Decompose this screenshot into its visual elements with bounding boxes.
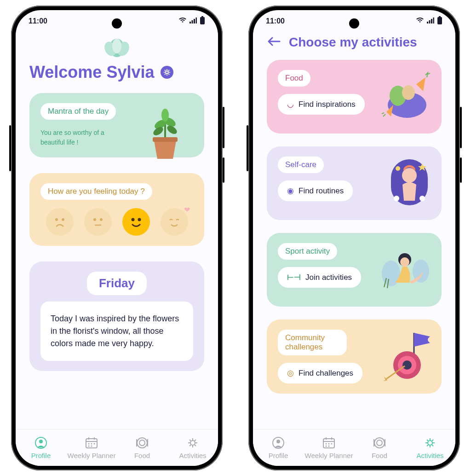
profile-icon: [34, 436, 47, 450]
food-label: Food: [278, 70, 310, 87]
svg-point-10: [166, 71, 168, 74]
bottom-nav: Profile Weekly Planner Food Activities: [16, 429, 218, 466]
signal-icon: [190, 17, 197, 25]
community-card[interactable]: Community challenges ◎ Find challenges: [267, 319, 442, 394]
gear-icon: [163, 69, 171, 76]
food-button[interactable]: ◡ Find inspirations: [278, 94, 365, 115]
svg-point-33: [88, 446, 90, 447]
sport-button[interactable]: ⊢⊣ Join activities: [278, 267, 361, 288]
yoga-icon: [377, 246, 432, 294]
nav-food[interactable]: Food: [354, 430, 405, 466]
svg-point-74: [374, 438, 385, 448]
welcome-heading: Welcome Sylvia: [29, 63, 154, 82]
selfcare-card[interactable]: Self-care ◉ Find routines: [267, 146, 442, 220]
mood-happy[interactable]: [122, 208, 150, 236]
heart-icon: ❤: [184, 205, 190, 214]
svg-rect-3: [196, 17, 197, 23]
sport-button-label: Join activities: [305, 273, 352, 282]
svg-point-53: [419, 196, 425, 201]
svg-point-78: [428, 441, 432, 445]
battery-icon: [437, 16, 442, 26]
svg-rect-4: [201, 16, 203, 17]
svg-rect-16: [153, 137, 178, 142]
svg-point-52: [394, 196, 399, 201]
mood-neutral[interactable]: [84, 208, 112, 236]
svg-point-25: [39, 440, 43, 443]
nav-profile[interactable]: Profile: [253, 430, 304, 466]
settings-button[interactable]: [161, 66, 173, 79]
svg-point-17: [55, 218, 58, 221]
meditation-icon: [386, 155, 432, 212]
svg-rect-44: [439, 16, 441, 17]
svg-point-72: [326, 446, 327, 447]
wifi-icon: [416, 17, 424, 25]
nav-activities-label: Activities: [416, 452, 443, 459]
feeling-label: How are you feeling today ?: [40, 183, 152, 200]
battery-icon: [200, 16, 205, 26]
svg-rect-0: [190, 22, 191, 23]
back-button[interactable]: [267, 35, 281, 50]
lotus-logo-icon: [29, 32, 204, 57]
svg-rect-2: [194, 19, 195, 23]
svg-point-31: [91, 443, 92, 445]
nav-activities[interactable]: Activities: [167, 430, 218, 466]
mantra-card: Mantra of the day You are so worthy of a…: [29, 93, 204, 157]
nav-activities[interactable]: Activities: [405, 430, 455, 466]
nav-food-label: Food: [372, 452, 387, 459]
day-label: Friday: [87, 272, 147, 295]
status-time: 11:00: [266, 17, 285, 25]
nav-food-label: Food: [134, 452, 150, 459]
signal-icon: [427, 17, 434, 25]
mood-love[interactable]: ❤: [161, 208, 188, 236]
nav-planner-label: Weekly Planner: [68, 452, 116, 459]
svg-point-23: [138, 218, 141, 221]
nav-planner[interactable]: Weekly Planner: [304, 430, 354, 466]
svg-rect-5: [200, 17, 205, 24]
calendar-icon: [322, 436, 336, 450]
dumbbell-icon: ⊢⊣: [287, 273, 301, 282]
heart-circle-icon: ◉: [287, 186, 294, 196]
activities-icon: [424, 436, 437, 450]
nav-planner[interactable]: Weekly Planner: [66, 430, 117, 466]
mantra-label: Mantra of the day: [40, 103, 116, 120]
nav-profile[interactable]: Profile: [16, 430, 66, 466]
arrow-left-icon: [267, 36, 281, 46]
svg-point-64: [276, 440, 280, 443]
profile-icon: [272, 436, 285, 450]
svg-point-22: [131, 218, 134, 221]
nav-food[interactable]: Food: [117, 430, 167, 466]
feeling-card: How are you feeling today ? ❤: [29, 173, 204, 246]
activities-icon: [186, 436, 199, 450]
status-time: 11:00: [29, 17, 47, 25]
svg-point-15: [161, 109, 169, 122]
svg-point-73: [328, 446, 330, 447]
sport-label: Sport activity: [278, 243, 337, 260]
svg-point-48: [402, 85, 415, 100]
svg-point-19: [93, 218, 96, 221]
svg-rect-41: [429, 20, 431, 23]
mood-sad[interactable]: [46, 208, 74, 236]
svg-point-9: [112, 39, 121, 53]
mantra-text: You are so worthy of a beautiful life !: [40, 128, 119, 147]
svg-point-20: [100, 218, 103, 221]
community-button[interactable]: ◎ Find challenges: [278, 363, 362, 383]
food-button-label: Find inspirations: [299, 100, 356, 109]
svg-point-50: [396, 166, 400, 171]
svg-point-39: [190, 441, 195, 445]
svg-point-32: [94, 443, 95, 445]
svg-point-30: [88, 443, 90, 445]
food-icon: [373, 436, 386, 450]
svg-rect-42: [431, 19, 432, 23]
community-label: Community challenges: [278, 330, 347, 355]
selfcare-button-label: Find routines: [299, 186, 344, 196]
food-card[interactable]: Food ◡ Find inspirations: [267, 60, 442, 134]
page-title: Choose my activities: [289, 35, 417, 50]
bowl-icon: ◡: [287, 99, 294, 109]
svg-rect-40: [427, 22, 428, 23]
bottom-nav: Profile Weekly Planner Food Activities: [253, 429, 455, 466]
selfcare-label: Self-care: [278, 157, 324, 173]
sport-card[interactable]: Sport activity ⊢⊣ Join activities: [267, 233, 442, 307]
selfcare-button[interactable]: ◉ Find routines: [278, 180, 353, 201]
phone-left: 11:00: [11, 6, 223, 470]
target-small-icon: ◎: [287, 368, 294, 378]
